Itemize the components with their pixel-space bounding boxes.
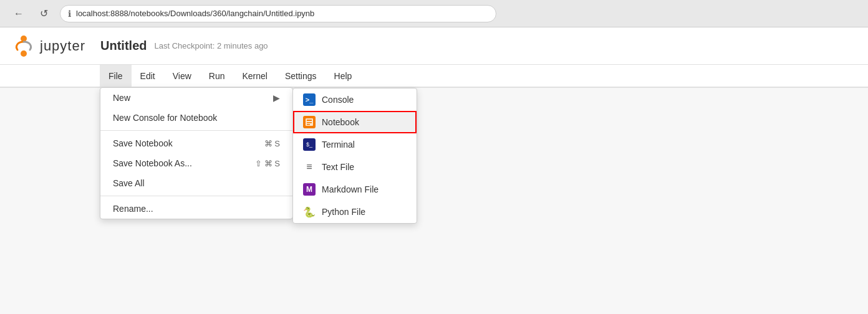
notebook-icon: [303, 116, 316, 128]
submenu-python-file[interactable]: 🐍 Python File: [293, 201, 417, 223]
console-label: Console: [322, 95, 354, 105]
back-button[interactable]: ←: [10, 5, 27, 22]
svg-point-1: [21, 50, 27, 57]
submenu-markdown-file[interactable]: M Markdown File: [293, 178, 417, 201]
save-as-shortcut: ⇧ ⌘ S: [255, 159, 280, 168]
svg-rect-4: [307, 122, 312, 123]
submenu-arrow-icon: ▶: [273, 93, 280, 103]
refresh-button[interactable]: ↺: [35, 5, 52, 22]
menu-view[interactable]: View: [164, 65, 200, 87]
terminal-icon: $_: [303, 138, 316, 151]
console-icon: >_: [303, 93, 316, 106]
browser-chrome: ← ↺ ℹ localhost:8888/notebooks/Downloads…: [0, 0, 868, 27]
python-file-label: Python File: [322, 207, 365, 217]
jupyter-header: jupyter Untitled Last Checkpoint: 2 minu…: [0, 27, 868, 65]
menu-item-save-as[interactable]: Save Notebook As... ⇧ ⌘ S: [100, 153, 292, 173]
menu-kernel[interactable]: Kernel: [233, 65, 276, 87]
jupyter-logo: jupyter: [12, 35, 85, 57]
svg-rect-5: [307, 124, 310, 125]
new-console-label: New Console for Notebook: [113, 113, 217, 123]
markdown-icon: M: [303, 183, 316, 196]
save-as-label: Save Notebook As...: [113, 158, 192, 168]
notebook-title: Untitled: [100, 39, 147, 53]
checkpoint-text: Last Checkpoint: 2 minutes ago: [154, 41, 268, 50]
text-file-label: Text File: [322, 162, 354, 172]
submenu-terminal[interactable]: $_ Terminal: [293, 133, 417, 156]
url-text: localhost:8888/notebooks/Downloads/360/l…: [76, 9, 314, 18]
menu-item-new[interactable]: New ▶ >_ Console: [100, 88, 292, 108]
python-icon: 🐍: [303, 206, 316, 218]
divider-1: [100, 130, 292, 131]
notebook-label: Notebook: [322, 117, 359, 127]
menu-file[interactable]: File: [100, 65, 132, 87]
jupyter-logo-text: jupyter: [40, 38, 85, 54]
menu-bar: File Edit View Run Kernel Settings Help: [0, 65, 868, 87]
file-dropdown-menu: New ▶ >_ Console: [100, 87, 293, 219]
markdown-file-label: Markdown File: [322, 184, 379, 194]
menu-item-new-console[interactable]: New Console for Notebook: [100, 108, 292, 128]
main-area: New ▶ >_ Console: [0, 87, 868, 314]
menu-edit[interactable]: Edit: [132, 65, 164, 87]
address-bar[interactable]: ℹ localhost:8888/notebooks/Downloads/360…: [60, 5, 496, 22]
menu-item-rename[interactable]: Rename...: [100, 199, 292, 219]
submenu-console[interactable]: >_ Console: [293, 88, 417, 111]
save-notebook-shortcut: ⌘ S: [264, 139, 280, 148]
menu-settings[interactable]: Settings: [276, 65, 326, 87]
submenu-text-file[interactable]: ≡ Text File: [293, 156, 417, 178]
menu-item-save-all[interactable]: Save All: [100, 173, 292, 193]
save-all-label: Save All: [113, 178, 145, 188]
svg-rect-3: [307, 120, 312, 121]
jupyter-logo-icon: [12, 35, 35, 57]
textfile-icon: ≡: [303, 161, 316, 173]
new-label: New: [113, 93, 130, 103]
submenu-notebook[interactable]: Notebook: [293, 111, 417, 133]
menu-run[interactable]: Run: [200, 65, 234, 87]
rename-label: Rename...: [113, 204, 153, 214]
menu-help[interactable]: Help: [326, 65, 361, 87]
menu-item-save-notebook[interactable]: Save Notebook ⌘ S: [100, 133, 292, 153]
info-icon: ℹ: [68, 9, 71, 19]
save-notebook-label: Save Notebook: [113, 138, 173, 148]
terminal-label: Terminal: [322, 140, 355, 150]
new-submenu: >_ Console Notebook: [292, 88, 417, 224]
divider-2: [100, 196, 292, 196]
